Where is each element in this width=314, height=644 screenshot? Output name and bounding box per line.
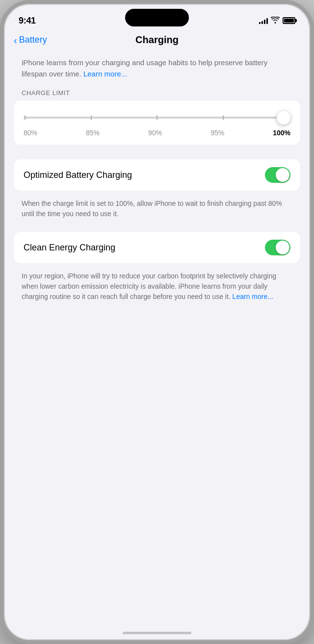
slider-label-95: 95% (210, 129, 224, 137)
battery-fill (284, 19, 294, 23)
back-button[interactable]: ‹ Battery (14, 35, 47, 45)
signal-bar-1 (259, 22, 261, 24)
slider-label-90: 90% (148, 129, 162, 137)
signal-bar-4 (266, 18, 268, 24)
description-text: iPhone learns from your charging and usa… (22, 58, 267, 78)
charge-limit-card: 80% 85% 90% 95% 100% (14, 100, 300, 145)
slider-label-80: 80% (24, 129, 37, 137)
optimized-charging-card: Optimized Battery Charging (14, 159, 300, 191)
clean-energy-description: In your region, iPhone will try to reduc… (14, 266, 300, 310)
page-title: Charging (135, 34, 179, 46)
clean-energy-knob (276, 241, 289, 254)
top-description: iPhone learns from your charging and usa… (14, 51, 300, 89)
optimized-charging-row: Optimized Battery Charging (14, 159, 300, 191)
optimized-charging-knob (276, 168, 289, 182)
signal-bar-2 (262, 21, 263, 24)
wifi-icon (271, 17, 280, 25)
chevron-left-icon: ‹ (14, 35, 17, 45)
dynamic-island (125, 9, 189, 26)
slider-ticks (24, 115, 290, 120)
tick-95 (223, 115, 224, 120)
main-content: iPhone learns from your charging and usa… (4, 51, 310, 310)
clean-energy-row: Clean Energy Charging (14, 232, 300, 263)
charge-limit-section-label: CHARGE LIMIT (14, 89, 300, 100)
spacer-2 (14, 227, 300, 232)
status-bar: 9:41 (4, 4, 310, 30)
status-time: 9:41 (19, 16, 36, 26)
slider-label-100: 100% (273, 129, 290, 137)
tick-80 (25, 115, 26, 120)
clean-energy-toggle[interactable] (265, 240, 290, 255)
optimized-charging-label: Optimized Battery Charging (24, 170, 132, 180)
battery-icon (283, 17, 295, 24)
slider-labels: 80% 85% 90% 95% 100% (24, 129, 290, 137)
clean-energy-card: Clean Energy Charging (14, 232, 300, 263)
optimized-charging-toggle[interactable] (265, 167, 290, 183)
spacer-1 (14, 149, 300, 159)
back-label: Battery (19, 35, 47, 45)
optimized-charging-description: When the charge limit is set to 100%, al… (14, 194, 300, 227)
slider-thumb[interactable] (277, 111, 290, 124)
signal-bar-3 (264, 20, 265, 24)
charge-limit-slider-container[interactable] (24, 110, 290, 125)
nav-header: ‹ Battery Charging (4, 30, 310, 51)
learn-more-link-top[interactable]: Learn more... (83, 70, 127, 78)
tick-90 (157, 115, 157, 120)
clean-energy-label: Clean Energy Charging (24, 243, 115, 253)
slider-label-85: 85% (86, 129, 100, 137)
status-icons (259, 17, 295, 25)
signal-bars-icon (259, 17, 268, 24)
phone-frame: 9:41 ‹ Ba (0, 0, 314, 644)
tick-85 (91, 115, 92, 120)
home-indicator (123, 632, 191, 634)
learn-more-link-clean[interactable]: Learn more... (233, 293, 273, 300)
